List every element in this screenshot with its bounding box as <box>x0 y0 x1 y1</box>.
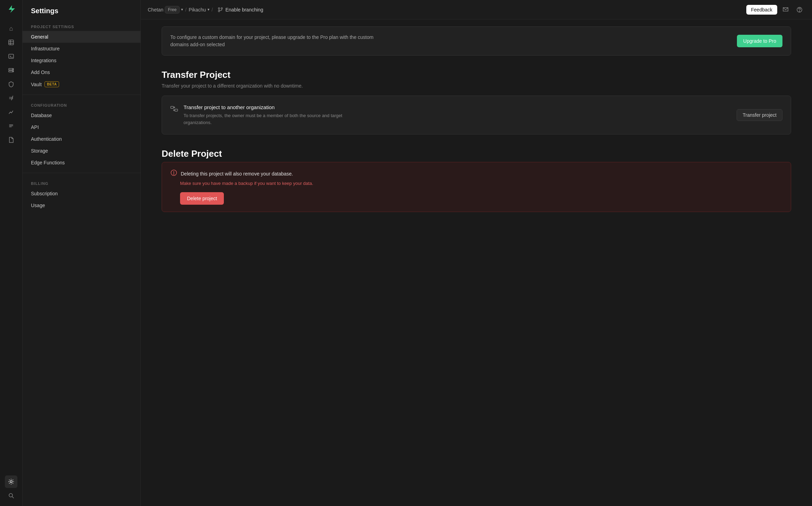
breadcrumb: Chetan Free ▾ / Pikachu ▾ / Enable branc… <box>148 6 266 14</box>
rail-search-icon[interactable] <box>5 489 17 502</box>
breadcrumb-org-name: Chetan <box>148 7 163 13</box>
sidebar-divider-1 <box>23 95 140 95</box>
sidebar-item-edge-functions[interactable]: Edge Functions <box>23 157 140 169</box>
delete-warning-card: Deleting this project will also remove y… <box>162 162 791 212</box>
breadcrumb-sep1: / <box>185 7 187 13</box>
sidebar-item-api[interactable]: API <box>23 121 140 133</box>
breadcrumb-project-chevron: ▾ <box>208 7 210 12</box>
delete-title: Delete Project <box>162 148 791 159</box>
svg-point-7 <box>13 69 13 70</box>
sidebar-section-configuration: CONFIGURATION Database API Authenticatio… <box>23 99 140 169</box>
rail-functions-icon[interactable] <box>5 92 17 104</box>
transfer-card-left: Transfer project to another organization… <box>170 104 357 126</box>
rail-analytics-icon[interactable] <box>5 106 17 118</box>
transfer-card-title: Transfer project to another organization <box>184 104 357 110</box>
breadcrumb-project[interactable]: Pikachu ▾ <box>189 7 210 13</box>
sidebar-item-subscription[interactable]: Subscription <box>23 188 140 199</box>
sidebar-section-project-settings: PROJECT SETTINGS General Infrastructure … <box>23 21 140 90</box>
section-label-billing: BILLING <box>23 177 140 188</box>
breadcrumb-org-chevron: ▾ <box>181 7 183 12</box>
sidebar-item-vault[interactable]: Vault BETA <box>23 78 140 90</box>
delete-warning-header: Deleting this project will also remove y… <box>170 169 782 178</box>
transfer-title: Transfer Project <box>162 70 791 80</box>
sidebar: Settings PROJECT SETTINGS General Infras… <box>23 0 141 506</box>
breadcrumb-plan-chip: Free <box>165 6 180 14</box>
sidebar-divider-2 <box>23 173 140 173</box>
breadcrumb-org[interactable]: Chetan Free ▾ <box>148 6 183 14</box>
sidebar-item-infrastructure[interactable]: Infrastructure <box>23 43 140 55</box>
breadcrumb-sep2: / <box>212 7 213 13</box>
svg-rect-4 <box>9 54 14 58</box>
breadcrumb-project-name: Pikachu <box>189 7 206 13</box>
svg-rect-0 <box>9 40 14 45</box>
rail-terminal-icon[interactable] <box>5 50 17 63</box>
sidebar-item-database[interactable]: Database <box>23 109 140 121</box>
content-area: To configure a custom domain for your pr… <box>141 19 812 506</box>
banner-text: To configure a custom domain for your pr… <box>170 34 379 48</box>
transfer-section: Transfer Project Transfer your project t… <box>162 70 791 134</box>
enable-branching-label: Enable branching <box>225 7 263 13</box>
help-icon-button[interactable] <box>794 4 805 15</box>
rail-docs-icon[interactable] <box>5 133 17 146</box>
svg-rect-21 <box>175 109 178 111</box>
enable-branching-button[interactable]: Enable branching <box>215 6 266 14</box>
sidebar-title: Settings <box>23 0 140 21</box>
transfer-subtitle: Transfer your project to a different org… <box>162 83 791 89</box>
sidebar-item-authentication[interactable]: Authentication <box>23 133 140 145</box>
rail-settings-icon[interactable] <box>5 475 17 488</box>
upgrade-to-pro-button[interactable]: Upgrade to Pro <box>737 35 782 47</box>
svg-point-12 <box>10 481 12 483</box>
rail-home-icon[interactable]: ⌂ <box>5 22 17 35</box>
transfer-card-desc: To transfer projects, the owner must be … <box>184 112 357 126</box>
svg-point-24 <box>173 174 174 174</box>
section-label-project-settings: PROJECT SETTINGS <box>23 21 140 31</box>
custom-domain-banner: To configure a custom domain for your pr… <box>162 26 791 56</box>
transfer-card-text: Transfer project to another organization… <box>184 104 357 126</box>
icon-rail: ⌂ <box>0 0 23 506</box>
vault-beta-badge: BETA <box>44 81 59 87</box>
transfer-card-icon <box>170 105 178 114</box>
svg-point-19 <box>799 11 800 11</box>
svg-line-14 <box>12 497 14 498</box>
sidebar-item-add-ons[interactable]: Add Ons <box>23 66 140 78</box>
delete-warning-sub-text: Make sure you have made a backup if you … <box>180 181 782 186</box>
delete-project-button[interactable]: Delete project <box>180 192 224 205</box>
rail-auth-icon[interactable] <box>5 78 17 90</box>
rail-storage-icon[interactable] <box>5 64 17 76</box>
topbar: Chetan Free ▾ / Pikachu ▾ / Enable branc… <box>141 0 812 19</box>
sidebar-section-billing: BILLING Subscription Usage <box>23 177 140 211</box>
feedback-button[interactable]: Feedback <box>746 5 777 15</box>
topbar-right: Feedback <box>746 4 805 15</box>
svg-rect-20 <box>171 106 173 108</box>
logo <box>6 4 16 15</box>
svg-point-8 <box>13 71 13 72</box>
branch-icon <box>218 7 223 13</box>
sidebar-item-usage[interactable]: Usage <box>23 199 140 211</box>
sidebar-item-general[interactable]: General <box>23 31 140 43</box>
delete-section: Delete Project Deleting this project wil… <box>162 148 791 212</box>
sidebar-item-storage[interactable]: Storage <box>23 145 140 157</box>
rail-logs-icon[interactable] <box>5 120 17 132</box>
sidebar-item-integrations[interactable]: Integrations <box>23 55 140 66</box>
transfer-card: Transfer project to another organization… <box>162 96 791 134</box>
delete-warning-icon <box>170 169 177 178</box>
inbox-icon-button[interactable] <box>780 4 791 15</box>
main-area: Chetan Free ▾ / Pikachu ▾ / Enable branc… <box>141 0 812 506</box>
rail-table-icon[interactable] <box>5 36 17 49</box>
section-label-configuration: CONFIGURATION <box>23 99 140 109</box>
delete-warning-main-text: Deleting this project will also remove y… <box>181 171 293 177</box>
transfer-project-button[interactable]: Transfer project <box>737 109 782 121</box>
